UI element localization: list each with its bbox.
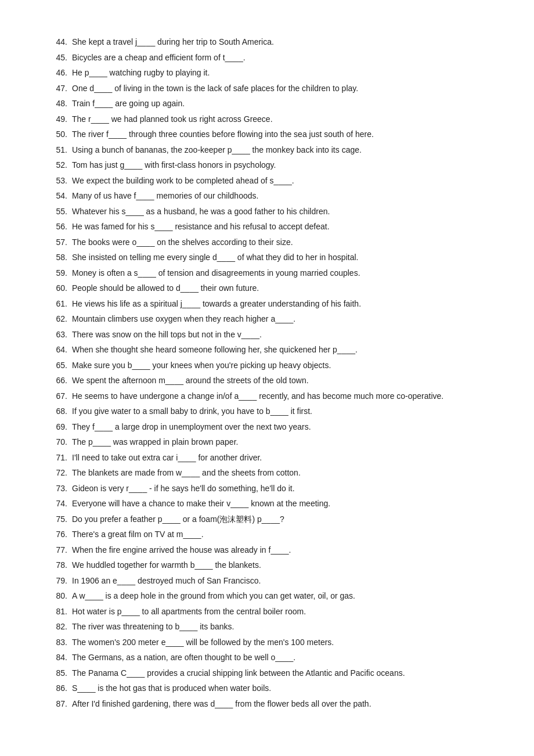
question-item: 59.Money is often a s____ of tension and…	[46, 266, 488, 280]
question-number: 87.	[46, 697, 67, 711]
question-list: 44.She kept a travel j____ during her tr…	[46, 35, 488, 711]
question-text: The Germans, as a nation, are often thou…	[72, 650, 488, 665]
question-item: 82.The river was threatening to b____ it…	[46, 620, 488, 634]
question-number: 59.	[46, 266, 67, 280]
question-text: He p____ watching rugby to playing it.	[72, 66, 488, 80]
question-item: 75.Do you prefer a feather p____ or a fo…	[46, 512, 488, 527]
question-item: 81.Hot water is p____ to all apartments …	[46, 604, 488, 619]
question-number: 54.	[46, 189, 67, 203]
question-number: 84.	[46, 650, 67, 665]
question-number: 73.	[46, 481, 67, 496]
question-text: Bicycles are a cheap and efficient form …	[72, 51, 488, 65]
question-number: 60.	[46, 281, 67, 296]
question-number: 55.	[46, 204, 67, 219]
question-text: Everyone will have a chance to make thei…	[72, 496, 488, 511]
question-item: 53.We expect the building work to be com…	[46, 174, 488, 188]
question-text: Whatever his s____ as a husband, he was …	[72, 204, 488, 219]
question-text: Tom has just g____ with first-class hono…	[72, 158, 488, 172]
question-number: 44.	[46, 35, 67, 49]
question-item: 57.The books were o____ on the shelves a…	[46, 235, 488, 250]
question-item: 73.Gideon is very r____ - if he says he'…	[46, 481, 488, 496]
question-item: 72.The blankets are made from w____ and …	[46, 466, 488, 480]
question-item: 69.They f____ a large drop in unemployme…	[46, 420, 488, 434]
question-number: 79.	[46, 574, 67, 588]
question-number: 58.	[46, 250, 67, 265]
question-number: 63.	[46, 327, 67, 342]
question-item: 55.Whatever his s____ as a husband, he w…	[46, 204, 488, 219]
question-number: 85.	[46, 666, 67, 681]
question-number: 48.	[46, 96, 67, 111]
question-number: 47.	[46, 81, 67, 96]
question-number: 69.	[46, 420, 67, 434]
question-text: We spent the afternoon m____ around the …	[72, 373, 488, 388]
question-item: 76.There's a great film on TV at m____.	[46, 527, 488, 542]
question-item: 80.A w____ is a deep hole in the ground …	[46, 589, 488, 603]
question-text: They f____ a large drop in unemployment …	[72, 420, 488, 434]
question-text: When she thought she heard someone follo…	[72, 343, 488, 357]
question-item: 45.Bicycles are a cheap and efficient fo…	[46, 51, 488, 65]
question-text: Money is often a s____ of tension and di…	[72, 266, 488, 280]
question-item: 83.The women's 200 meter e____ will be f…	[46, 635, 488, 650]
question-item: 61.He views his life as a spiritual j___…	[46, 297, 488, 311]
question-item: 47.One d____ of living in the town is th…	[46, 81, 488, 96]
question-text: Make sure you b____ your knees when you'…	[72, 358, 488, 373]
question-item: 87.After I'd finished gardening, there w…	[46, 697, 488, 711]
question-item: 58.She insisted on telling me every sing…	[46, 250, 488, 265]
question-text: Hot water is p____ to all apartments fro…	[72, 604, 488, 619]
question-text: When the fire engine arrived the house w…	[72, 543, 488, 557]
question-item: 70.The p____ was wrapped in plain brown …	[46, 435, 488, 449]
question-item: 66.We spent the afternoon m____ around t…	[46, 373, 488, 388]
question-text: The river was threatening to b____ its b…	[72, 620, 488, 634]
question-number: 86.	[46, 681, 67, 696]
question-text: He seems to have undergone a change in/o…	[72, 389, 488, 404]
question-item: 77.When the fire engine arrived the hous…	[46, 543, 488, 557]
question-number: 64.	[46, 343, 67, 357]
question-text: The blankets are made from w____ and the…	[72, 466, 488, 480]
question-number: 77.	[46, 543, 67, 557]
question-number: 83.	[46, 635, 67, 650]
question-item: 50.The river f____ through three countie…	[46, 127, 488, 142]
question-item: 56.He was famed for his s____ resistance…	[46, 219, 488, 234]
question-text: Mountain climbers use oxygen when they r…	[72, 312, 488, 326]
question-text: He views his life as a spiritual j____ t…	[72, 297, 488, 311]
question-number: 65.	[46, 358, 67, 373]
question-number: 78.	[46, 558, 67, 573]
question-item: 54.Many of us have f____ memories of our…	[46, 189, 488, 203]
question-number: 52.	[46, 158, 67, 172]
question-text: The Panama C____ provides a crucial ship…	[72, 666, 488, 681]
question-number: 53.	[46, 174, 67, 188]
question-number: 75.	[46, 512, 67, 527]
question-text: There's a great film on TV at m____.	[72, 527, 488, 542]
question-text: I'll need to take out extra car i____ fo…	[72, 451, 488, 465]
question-number: 57.	[46, 235, 67, 250]
question-number: 68.	[46, 404, 67, 419]
question-number: 45.	[46, 51, 67, 65]
question-text: S____ is the hot gas that is produced wh…	[72, 681, 488, 696]
question-text: The river f____ through three counties b…	[72, 127, 488, 142]
question-number: 61.	[46, 297, 67, 311]
question-number: 70.	[46, 435, 67, 449]
question-item: 68.If you give water to a small baby to …	[46, 404, 488, 419]
question-item: 79.In 1906 an e____ destroyed much of Sa…	[46, 574, 488, 588]
question-text: There was snow on the hill tops but not …	[72, 327, 488, 342]
question-item: 71.I'll need to take out extra car i____…	[46, 451, 488, 465]
question-text: A w____ is a deep hole in the ground fro…	[72, 589, 488, 603]
question-number: 74.	[46, 496, 67, 511]
question-item: 51.Using a bunch of bananas, the zoo-kee…	[46, 143, 488, 157]
question-text: He was famed for his s____ resistance an…	[72, 219, 488, 234]
question-item: 52.Tom has just g____ with first-class h…	[46, 158, 488, 172]
question-number: 80.	[46, 589, 67, 603]
question-number: 67.	[46, 389, 67, 404]
question-text: People should be allowed to d____ their …	[72, 281, 488, 296]
question-item: 49.The r____ we had planned took us righ…	[46, 112, 488, 127]
question-text: She insisted on telling me every single …	[72, 250, 488, 265]
question-item: 62.Mountain climbers use oxygen when the…	[46, 312, 488, 326]
question-text: Many of us have f____ memories of our ch…	[72, 189, 488, 203]
question-item: 67.He seems to have undergone a change i…	[46, 389, 488, 404]
question-item: 44.She kept a travel j____ during her tr…	[46, 35, 488, 49]
question-number: 82.	[46, 620, 67, 634]
question-text: If you give water to a small baby to dri…	[72, 404, 488, 419]
question-text: The r____ we had planned took us right a…	[72, 112, 488, 127]
question-number: 62.	[46, 312, 67, 326]
question-item: 60.People should be allowed to d____ the…	[46, 281, 488, 296]
